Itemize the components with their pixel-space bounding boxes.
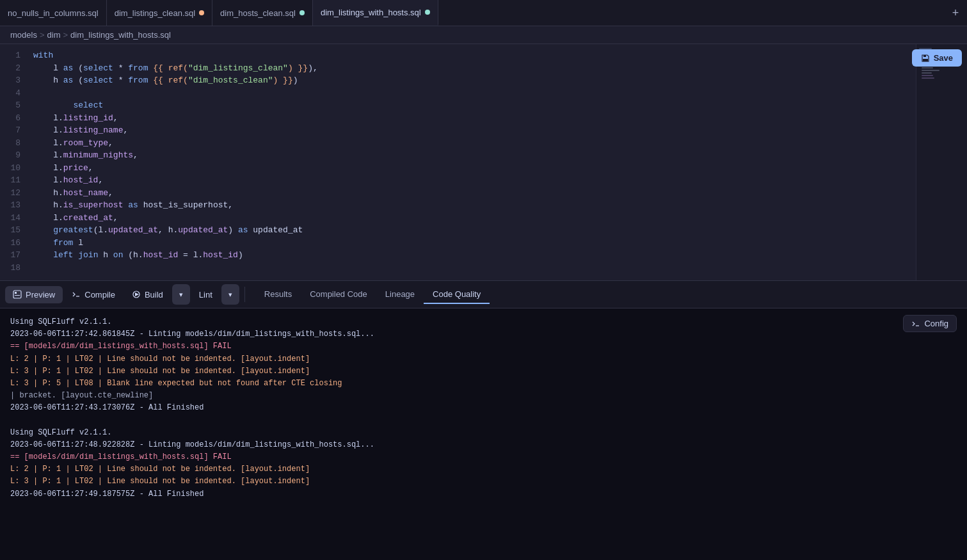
svg-rect-6 <box>922 67 933 68</box>
svg-rect-10 <box>922 77 934 79</box>
preview-button[interactable]: Preview <box>5 286 63 303</box>
tab-compiled-code[interactable]: Compiled Code <box>301 285 376 304</box>
console-line: 2023-06-06T11:27:43.173076Z - All Finish… <box>10 402 957 414</box>
console-line: Using SQLFluff v2.1.1. <box>10 316 957 328</box>
preview-label: Preview <box>26 290 55 300</box>
tab-dim-listings-with-hosts[interactable]: dim_listings_with_hosts.sql <box>313 0 438 26</box>
build-dropdown-button[interactable]: ▾ <box>172 284 190 305</box>
console-line: L: 3 | P: 5 | LT08 | Blank line expected… <box>10 378 957 390</box>
svg-marker-18 <box>135 292 139 296</box>
tab-bar: no_nulls_in_columns.sql dim_listings_cle… <box>0 0 967 26</box>
console-line: == [models/dim/dim_listings_with_hosts.s… <box>10 340 957 353</box>
breadcrumb-file[interactable]: dim_listings_with_hosts.sql <box>70 30 171 40</box>
console-line: L: 3 | P: 1 | LT02 | Line should not be … <box>10 365 957 378</box>
build-button[interactable]: Build <box>124 286 171 303</box>
compile-label: Compile <box>84 290 115 300</box>
console-line: | bracket. [layout.cte_newline] <box>10 390 957 402</box>
lint-label: Lint <box>199 290 212 300</box>
breadcrumb-sep-2: > <box>63 30 68 40</box>
preview-icon <box>13 290 22 299</box>
code-editor[interactable]: with l as (select * from {{ ref("dim_lis… <box>28 44 916 280</box>
console-line: L: 2 | P: 1 | LT02 | Line should not be … <box>10 463 957 476</box>
tab-no-nulls[interactable]: no_nulls_in_columns.sql <box>0 0 107 26</box>
tab-add-button[interactable]: + <box>944 0 967 26</box>
console-line: Using SQLFluff v2.1.1. <box>10 427 957 439</box>
bottom-toolbar: Preview Compile Build ▾ Lint ▾ Results C… <box>0 280 967 308</box>
console-line: 2023-06-06T11:27:42.861845Z - Linting mo… <box>10 328 957 340</box>
editor-area: 123456789101112131415161718 with l as (s… <box>0 44 967 280</box>
compile-icon <box>72 290 81 299</box>
tab-code-quality[interactable]: Code Quality <box>424 285 490 304</box>
tab-dim-listings-with-hosts-label: dim_listings_with_hosts.sql <box>321 8 421 17</box>
tab-dim-listings-clean[interactable]: dim_listings_clean.sql <box>107 0 212 26</box>
tab-dim-hosts-clean[interactable]: dim_hosts_clean.sql <box>212 0 313 26</box>
line-numbers: 123456789101112131415161718 <box>0 44 28 280</box>
tab-no-nulls-label: no_nulls_in_columns.sql <box>8 8 99 18</box>
tab-dim-hosts-clean-label: dim_hosts_clean.sql <box>220 8 296 18</box>
tab-dim-listings-with-hosts-dot <box>425 10 430 15</box>
save-button[interactable]: Save <box>912 49 962 67</box>
svg-rect-11 <box>923 55 926 57</box>
breadcrumb-models[interactable]: models <box>10 30 37 40</box>
console-line: 2023-06-06T11:27:49.187575Z - All Finish… <box>10 488 957 500</box>
console-line: L: 2 | P: 1 | LT02 | Line should not be … <box>10 353 957 365</box>
console-output[interactable]: Config Using SQLFluff v2.1.1.2023-06-06T… <box>0 308 967 560</box>
lint-button[interactable]: Lint <box>191 286 220 303</box>
tab-dim-listings-clean-label: dim_listings_clean.sql <box>115 8 195 18</box>
tab-dim-listings-clean-dot <box>199 10 204 15</box>
config-icon <box>911 319 920 328</box>
console-line: 2023-06-06T11:27:48.922828Z - Linting mo… <box>10 439 957 451</box>
breadcrumb: models > dim > dim_listings_with_hosts.s… <box>0 26 967 44</box>
tab-dim-hosts-clean-dot <box>300 10 305 15</box>
svg-rect-7 <box>922 70 939 71</box>
lint-dropdown-button[interactable]: ▾ <box>221 284 239 305</box>
build-label: Build <box>145 290 163 300</box>
breadcrumb-sep-1: > <box>40 30 45 40</box>
tab-lineage[interactable]: Lineage <box>376 285 424 304</box>
build-icon <box>132 290 141 299</box>
svg-rect-8 <box>922 72 932 74</box>
console-line: == [models/dim/dim_listings_with_hosts.s… <box>10 451 957 463</box>
save-label: Save <box>934 53 953 63</box>
svg-rect-14 <box>15 292 17 294</box>
tab-results[interactable]: Results <box>255 285 301 304</box>
config-label: Config <box>924 319 948 328</box>
bottom-tab-nav: Results Compiled Code Lineage Code Quali… <box>255 285 490 304</box>
svg-rect-12 <box>923 59 928 61</box>
toolbar-separator <box>244 287 245 302</box>
compile-button[interactable]: Compile <box>64 286 123 303</box>
svg-rect-13 <box>13 291 21 298</box>
svg-rect-15 <box>15 295 20 296</box>
console-line: L: 3 | P: 1 | LT02 | Line should not be … <box>10 476 957 488</box>
config-button[interactable]: Config <box>903 315 957 332</box>
svg-rect-9 <box>922 75 933 76</box>
minimap <box>916 44 967 280</box>
save-icon <box>921 54 930 63</box>
breadcrumb-dim[interactable]: dim <box>47 30 61 40</box>
